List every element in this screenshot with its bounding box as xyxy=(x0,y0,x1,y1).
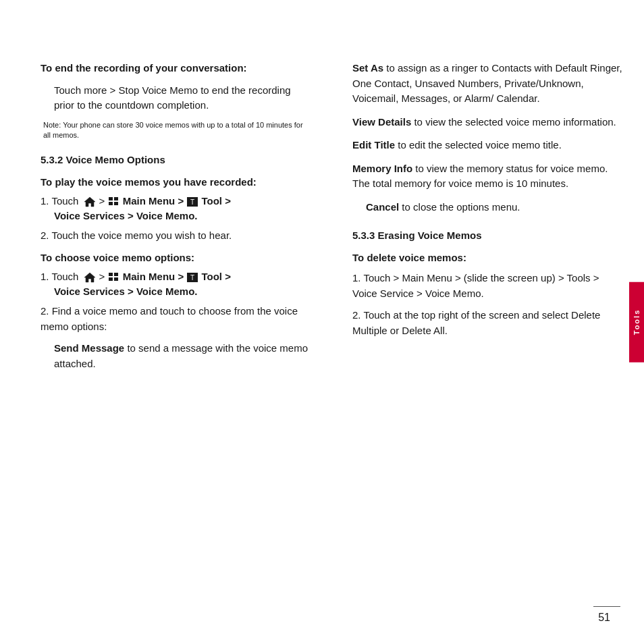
svg-rect-10 xyxy=(109,277,113,281)
heading-play-memos: To play the voice memos you have recorde… xyxy=(41,175,312,190)
tool-icon-2: T xyxy=(186,272,198,283)
svg-rect-11 xyxy=(114,277,118,281)
grid-icon xyxy=(108,196,120,207)
note-text: Note: Your phone can store 30 voice memo… xyxy=(41,120,312,141)
svg-text:T: T xyxy=(190,274,194,281)
view-details-block: View Details to view the selected voice … xyxy=(352,115,624,130)
edit-title-block: Edit Title to edit the selected voice me… xyxy=(352,138,624,153)
page-divider xyxy=(593,606,620,607)
step-1-play: 1. Touch > Main Menu > xyxy=(41,195,312,207)
delete-step-2: 2. Touch at the top right of the screen … xyxy=(352,308,624,338)
step-1-nav-bold: Voice Services > Voice Memo. xyxy=(54,210,312,221)
step-1-options-nav-bold: Voice Services > Voice Memo. xyxy=(54,286,312,297)
tools-sidebar-tab: Tools xyxy=(629,282,644,363)
delete-step-1: 1. Touch > Main Menu > (slide the screen… xyxy=(352,271,624,301)
page-container: To end the recording of your conversatio… xyxy=(0,0,644,644)
heading-delete-memos: To delete voice memos: xyxy=(352,250,624,266)
home-icon-2 xyxy=(84,272,96,283)
step-1-options: 1. Touch > Main Menu > xyxy=(41,271,312,283)
svg-marker-0 xyxy=(84,197,95,207)
section-533-heading: 5.3.3 Erasing Voice Memos xyxy=(352,228,624,244)
svg-text:T: T xyxy=(190,198,194,206)
memory-info-block: Memory Info to view the memory status fo… xyxy=(352,161,624,192)
right-column: Set As to assign as a ringer to Contacts… xyxy=(346,61,624,603)
page-number: 51 xyxy=(598,612,610,624)
svg-rect-9 xyxy=(114,273,118,276)
set-as-block: Set As to assign as a ringer to Contacts… xyxy=(352,61,624,107)
svg-rect-1 xyxy=(109,197,113,200)
svg-rect-3 xyxy=(109,202,113,205)
tool-icon: T xyxy=(186,196,198,207)
step-2-play: 2. Touch the voice memo you wish to hear… xyxy=(41,228,312,244)
svg-rect-2 xyxy=(114,197,118,200)
home-icon xyxy=(84,196,96,207)
svg-marker-7 xyxy=(84,273,95,282)
grid-icon-2 xyxy=(108,272,120,283)
heading-end-recording: To end the recording of your conversatio… xyxy=(41,61,312,76)
svg-rect-4 xyxy=(114,202,118,205)
svg-rect-8 xyxy=(109,273,113,276)
left-column: To end the recording of your conversatio… xyxy=(41,61,325,603)
main-content: To end the recording of your conversatio… xyxy=(0,0,644,644)
heading-choose-options: To choose voice memo options: xyxy=(41,250,312,266)
cancel-block: Cancel to close the options menu. xyxy=(366,200,624,215)
para-end-recording: Touch more > Stop Voice Memo to end the … xyxy=(54,83,312,113)
send-message-block: Send Message to send a message with the … xyxy=(54,341,312,371)
step-2-options: 2. Find a voice memo and touch to choose… xyxy=(41,304,312,334)
section-532-heading: 5.3.2 Voice Memo Options xyxy=(41,153,312,168)
